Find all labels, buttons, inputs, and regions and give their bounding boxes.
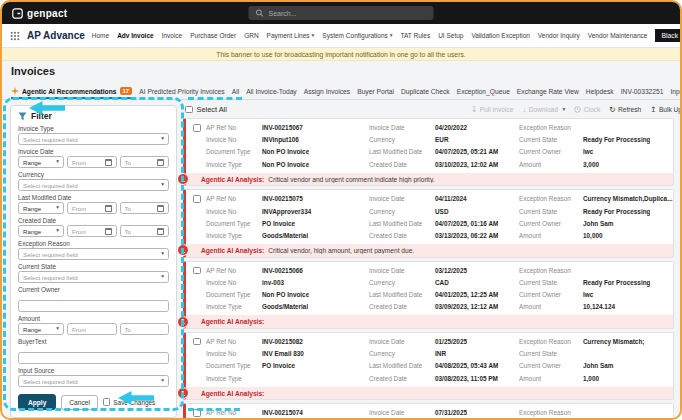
pull-invoice-button[interactable]: ↧Pull Invoice xyxy=(471,106,514,114)
current-owner-input[interactable] xyxy=(18,300,169,312)
last-modified-value: 04/07/2025, 01:16 AM xyxy=(435,218,498,230)
row-checkbox[interactable] xyxy=(193,195,201,203)
bulk-upload-button[interactable]: ↥Bulk Up xyxy=(650,106,682,114)
last-modified-from[interactable]: From xyxy=(67,202,117,214)
invoice-date-range-select[interactable]: Range▾ xyxy=(18,156,64,168)
to-placeholder: To xyxy=(125,228,132,235)
row-checkbox[interactable] xyxy=(193,338,201,346)
select-placeholder: Select required field xyxy=(23,378,78,385)
card-body: AP Ref NoINV-00215074 Invoice Date07/31/… xyxy=(186,404,673,419)
invoice-card: AP Ref NoINV-00215082 Invoice NoINV Emai… xyxy=(183,332,674,400)
select-all-checkbox[interactable] xyxy=(185,106,193,114)
tab-exchange-rate-view[interactable]: Exchange Rate View xyxy=(517,88,579,99)
save-changes-checkbox[interactable] xyxy=(103,398,111,406)
spark-icon xyxy=(11,87,19,95)
nav-item-purchase-order[interactable]: Purchase Order xyxy=(190,32,236,39)
refresh-button[interactable]: ↻Refresh xyxy=(609,106,641,114)
tab-all[interactable]: All xyxy=(232,88,239,99)
tab-inv-00332251[interactable]: INV-00332251 xyxy=(621,88,664,99)
field-label: Current State xyxy=(519,277,583,289)
range-value: Range xyxy=(23,326,41,333)
field-label: Last Modified Date xyxy=(18,194,169,201)
amount-range-select[interactable]: Range▾ xyxy=(18,323,64,335)
nav-item-tat-rules[interactable]: TAT Rules xyxy=(401,32,431,39)
nav-item-validation-exception[interactable]: Validation Exception xyxy=(471,32,529,39)
nav-item-grn[interactable]: GRN xyxy=(244,32,258,39)
list-view-tabs: Agentic AI Recommendations 17 AI Predict… xyxy=(2,81,680,100)
card-body: AP Ref NoINV-00215066 Invoice Noinv-003 … xyxy=(186,262,673,316)
buyer-text-input[interactable] xyxy=(18,352,169,364)
cancel-button[interactable]: Cancel xyxy=(61,395,98,410)
nav-item-vendor-inquiry[interactable]: Vendor Inquiry xyxy=(538,32,580,39)
nav-item-payment-lines[interactable]: Payment Lines▾ xyxy=(267,32,315,39)
field-label: Invoice Type xyxy=(18,125,169,132)
to-placeholder: To xyxy=(125,326,132,333)
ap-ref-no-value: INV-00215082 xyxy=(262,336,303,348)
clock-button[interactable]: Clock xyxy=(574,106,600,113)
last-modified-range-select[interactable]: Range▾ xyxy=(18,202,64,214)
invoice-date-value: 03/12/2025 xyxy=(435,265,467,277)
tab-exception-queue[interactable]: Exception_Queue xyxy=(457,88,510,99)
field-label: Last Modified Date xyxy=(369,218,435,230)
last-modified-to[interactable]: To xyxy=(120,202,170,214)
nav-item-black[interactable]: Black xyxy=(655,29,682,42)
download-button[interactable]: ↓Download▾ xyxy=(522,106,565,114)
nav-item-ui-setup[interactable]: UI Setup xyxy=(438,32,463,39)
ai-analysis-bar: 1 Agentic AI Analysis: Critical vendor a… xyxy=(186,173,673,186)
tab-ai-predicted-priority-invoices[interactable]: AI Predicted Priority Invoices xyxy=(139,88,225,99)
tab-agentic-ai-recommendations[interactable]: Agentic AI Recommendations 17 xyxy=(11,87,132,99)
tab-buyer-portal[interactable]: Buyer Portal xyxy=(357,88,394,99)
chevron-down-icon: ▾ xyxy=(161,251,164,257)
input-source-select[interactable]: Select required field▾ xyxy=(18,375,169,387)
app-launcher-icon[interactable] xyxy=(10,31,20,41)
broadcast-banner: This banner to use for broadcasting impo… xyxy=(2,48,680,61)
amount-to-input[interactable]: To xyxy=(120,323,170,335)
invoice-list: Select All ↧Pull Invoice ↓Download▾ Cloc… xyxy=(183,105,674,418)
filter-field-input-source: Input Source Select required field▾ xyxy=(18,367,169,387)
field-label: Current Owner xyxy=(519,289,583,301)
tab-all-invoice-today[interactable]: All Invoice-Today xyxy=(246,88,297,99)
exception-reason-select[interactable]: Select required field▾ xyxy=(18,248,169,260)
filter-header[interactable]: Filter xyxy=(18,111,169,121)
row-checkbox[interactable] xyxy=(193,267,201,275)
tab-assign-invoices[interactable]: Assign Invoices xyxy=(304,88,350,99)
current-state-value: Ready For Processing xyxy=(583,206,650,218)
field-label: Invoice No xyxy=(206,206,262,218)
created-date-to[interactable]: To xyxy=(120,225,170,237)
nav-item-home[interactable]: Home xyxy=(92,32,109,39)
invoice-date-from[interactable]: From xyxy=(67,156,117,168)
current-owner-value: lwc xyxy=(583,146,593,158)
row-checkbox[interactable] xyxy=(193,409,201,417)
current-state-select[interactable]: Select required field▾ xyxy=(18,271,169,283)
field-label: Invoice Date xyxy=(369,336,435,348)
tab-helpdesk[interactable]: Helpdesk xyxy=(586,88,614,99)
nav-item-system-configurations[interactable]: System Configurations▾ xyxy=(322,32,392,39)
download-icon: ↓ xyxy=(522,106,526,114)
apply-button[interactable]: Apply xyxy=(18,394,56,410)
search-input[interactable]: Search... xyxy=(249,6,434,20)
nav-item-invoice[interactable]: Invoice xyxy=(162,32,183,39)
tab-duplicate-check[interactable]: Duplicate Check xyxy=(401,88,450,99)
invoice-type-value: Non PO Invoice xyxy=(262,159,309,171)
field-label: Last Modified Date xyxy=(369,289,435,301)
nav-item-adv-invoice[interactable]: Adv Invoice xyxy=(117,32,153,39)
field-label: Currency xyxy=(369,134,435,146)
ap-ref-no-value: INV-00215074 xyxy=(262,407,303,419)
ai-analysis-label: Agentic AI Analysis: xyxy=(201,176,264,183)
created-date-from[interactable]: From xyxy=(67,225,117,237)
invoice-date-to[interactable]: To xyxy=(120,156,170,168)
row-checkbox[interactable] xyxy=(193,124,201,132)
field-label: Invoice Date xyxy=(369,407,435,419)
ap-ref-no-value: INV-00215067 xyxy=(262,122,303,134)
tab-input[interactable]: Inpu xyxy=(670,88,680,99)
filter-title: Filter xyxy=(31,111,52,121)
invoice-no-value: inv-003 xyxy=(262,277,284,289)
current-state-value: Ready For Processing xyxy=(583,134,650,146)
field-label: Currency xyxy=(18,171,169,178)
created-date-range-select[interactable]: Range▾ xyxy=(18,225,64,237)
nav-item-vendor-maintenance[interactable]: Vendor Maintenance xyxy=(588,32,648,39)
amount-from-input[interactable]: From xyxy=(67,323,117,335)
invoice-type-select[interactable]: Select required field▾ xyxy=(18,133,169,145)
page-title: Invoices xyxy=(2,61,680,81)
currency-select[interactable]: Select required field▾ xyxy=(18,179,169,191)
